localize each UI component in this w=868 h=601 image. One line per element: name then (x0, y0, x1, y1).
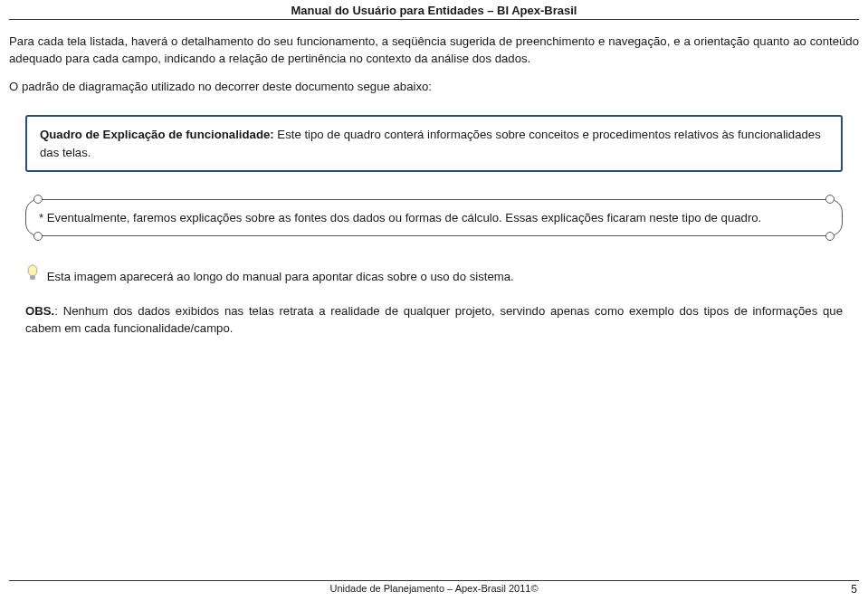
obs-block: OBS.: Nenhum dos dados exibidos nas tela… (25, 302, 843, 339)
document-page: Manual do Usuário para Entidades – BI Ap… (0, 0, 868, 601)
obs-label: OBS. (25, 304, 54, 318)
tip-block: Esta imagem aparecerá ao longo do manual… (25, 263, 843, 286)
scroll-knob-icon (33, 232, 43, 241)
intro-paragraph-2: O padrão de diagramação utilizado no dec… (9, 78, 859, 95)
scroll-knob-icon (825, 195, 835, 204)
page-footer: Unidade de Planejamento – Apex-Brasil 20… (9, 580, 859, 596)
intro-paragraph-1: Para cada tela listada, haverá o detalha… (9, 33, 859, 67)
obs-text: : Nenhum dos dados exibidos nas telas re… (25, 304, 843, 336)
svg-line-5 (37, 265, 39, 267)
tip-text: Esta imagem aparecerá ao longo do manual… (47, 270, 514, 283)
svg-rect-1 (31, 276, 35, 280)
scroll-note-box: * Eventualmente, faremos explicações sob… (25, 199, 843, 236)
footer-center-text: Unidade de Planejamento – Apex-Brasil 20… (9, 583, 859, 594)
scroll-note-text: * Eventualmente, faremos explicações sob… (39, 211, 761, 224)
scroll-knob-icon (33, 195, 43, 204)
lightbulb-icon (25, 263, 40, 283)
scroll-knob-icon (825, 232, 835, 241)
svg-point-0 (28, 265, 37, 276)
explanation-box-label: Quadro de Explicação de funcionalidade: (40, 128, 274, 141)
page-header-title: Manual do Usuário para Entidades – BI Ap… (9, 0, 859, 20)
explanation-box: Quadro de Explicação de funcionalidade: … (25, 115, 843, 171)
svg-line-4 (27, 265, 29, 267)
footer-rule (9, 580, 859, 581)
